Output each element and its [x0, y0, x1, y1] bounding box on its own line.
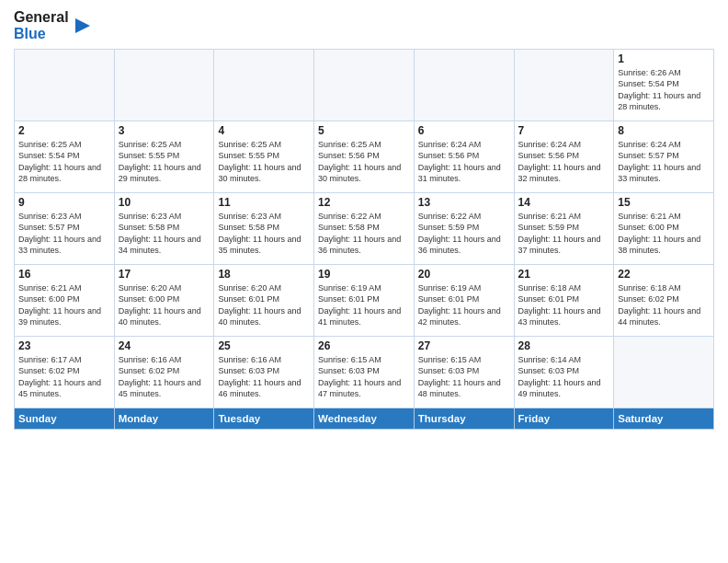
weekday-header-row: SundayMondayTuesdayWednesdayThursdayFrid…	[15, 408, 714, 429]
calendar-cell	[514, 49, 614, 121]
day-number: 14	[518, 196, 610, 209]
day-info: Sunrise: 6:25 AM Sunset: 5:55 PM Dayligh…	[119, 139, 210, 185]
day-info: Sunrise: 6:24 AM Sunset: 5:56 PM Dayligh…	[418, 139, 510, 185]
weekday-header-wednesday: Wednesday	[314, 408, 415, 429]
calendar-cell: 26Sunrise: 6:15 AM Sunset: 6:03 PM Dayli…	[314, 336, 415, 408]
calendar-cell: 17Sunrise: 6:20 AM Sunset: 6:00 PM Dayli…	[114, 264, 214, 336]
day-number: 2	[18, 124, 110, 137]
day-info: Sunrise: 6:22 AM Sunset: 5:59 PM Dayligh…	[418, 211, 510, 257]
day-number: 11	[218, 196, 310, 209]
calendar-cell: 16Sunrise: 6:21 AM Sunset: 6:00 PM Dayli…	[15, 264, 115, 336]
calendar-cell	[15, 49, 115, 121]
logo-blue: Blue	[14, 26, 69, 42]
header: General Blue	[14, 9, 714, 41]
day-info: Sunrise: 6:21 AM Sunset: 6:00 PM Dayligh…	[618, 211, 710, 257]
logo-general: General	[14, 9, 69, 26]
day-number: 28	[518, 339, 610, 352]
day-number: 7	[518, 124, 610, 137]
day-info: Sunrise: 6:25 AM Sunset: 5:56 PM Dayligh…	[318, 139, 410, 185]
svg-marker-0	[75, 18, 90, 33]
calendar-cell: 4Sunrise: 6:25 AM Sunset: 5:55 PM Daylig…	[214, 121, 314, 192]
day-number: 10	[119, 196, 210, 209]
day-number: 16	[18, 268, 110, 281]
day-info: Sunrise: 6:23 AM Sunset: 5:58 PM Dayligh…	[119, 211, 210, 257]
day-number: 19	[318, 268, 410, 281]
calendar-cell: 14Sunrise: 6:21 AM Sunset: 5:59 PM Dayli…	[514, 192, 614, 264]
day-info: Sunrise: 6:19 AM Sunset: 6:01 PM Dayligh…	[418, 282, 510, 328]
calendar-cell: 1Sunrise: 6:26 AM Sunset: 5:54 PM Daylig…	[614, 49, 714, 121]
day-info: Sunrise: 6:19 AM Sunset: 6:01 PM Dayligh…	[318, 282, 410, 328]
weekday-header-monday: Monday	[114, 408, 214, 429]
day-number: 24	[119, 339, 210, 352]
calendar-cell: 15Sunrise: 6:21 AM Sunset: 6:00 PM Dayli…	[614, 192, 714, 264]
week-row-1: 1Sunrise: 6:26 AM Sunset: 5:54 PM Daylig…	[15, 49, 714, 121]
calendar-cell: 18Sunrise: 6:20 AM Sunset: 6:01 PM Dayli…	[214, 264, 314, 336]
logo-arrow-icon	[72, 16, 92, 36]
day-info: Sunrise: 6:15 AM Sunset: 6:03 PM Dayligh…	[318, 354, 410, 400]
day-number: 20	[418, 268, 510, 281]
day-info: Sunrise: 6:24 AM Sunset: 5:56 PM Dayligh…	[518, 139, 610, 185]
day-info: Sunrise: 6:23 AM Sunset: 5:57 PM Dayligh…	[18, 211, 110, 257]
day-number: 4	[218, 124, 310, 137]
logo: General Blue	[14, 9, 92, 41]
calendar-cell: 11Sunrise: 6:23 AM Sunset: 5:58 PM Dayli…	[214, 192, 314, 264]
calendar-cell: 24Sunrise: 6:16 AM Sunset: 6:02 PM Dayli…	[114, 336, 214, 408]
day-number: 26	[318, 339, 410, 352]
day-info: Sunrise: 6:14 AM Sunset: 6:03 PM Dayligh…	[518, 354, 610, 400]
day-number: 27	[418, 339, 510, 352]
calendar-cell: 21Sunrise: 6:18 AM Sunset: 6:01 PM Dayli…	[514, 264, 614, 336]
day-number: 1	[618, 52, 710, 65]
calendar-cell: 27Sunrise: 6:15 AM Sunset: 6:03 PM Dayli…	[414, 336, 514, 408]
day-number: 6	[418, 124, 510, 137]
calendar-cell: 5Sunrise: 6:25 AM Sunset: 5:56 PM Daylig…	[314, 121, 415, 192]
day-info: Sunrise: 6:18 AM Sunset: 6:02 PM Dayligh…	[618, 282, 710, 328]
calendar-cell: 20Sunrise: 6:19 AM Sunset: 6:01 PM Dayli…	[414, 264, 514, 336]
day-number: 17	[119, 268, 210, 281]
calendar-cell: 8Sunrise: 6:24 AM Sunset: 5:57 PM Daylig…	[614, 121, 714, 192]
calendar-cell: 3Sunrise: 6:25 AM Sunset: 5:55 PM Daylig…	[114, 121, 214, 192]
calendar-cell: 10Sunrise: 6:23 AM Sunset: 5:58 PM Dayli…	[114, 192, 214, 264]
day-info: Sunrise: 6:15 AM Sunset: 6:03 PM Dayligh…	[418, 354, 510, 400]
calendar-cell: 12Sunrise: 6:22 AM Sunset: 5:58 PM Dayli…	[314, 192, 415, 264]
calendar-cell: 22Sunrise: 6:18 AM Sunset: 6:02 PM Dayli…	[614, 264, 714, 336]
week-row-3: 9Sunrise: 6:23 AM Sunset: 5:57 PM Daylig…	[15, 192, 714, 264]
logo-container: General Blue	[14, 9, 92, 41]
weekday-header-thursday: Thursday	[414, 408, 514, 429]
day-number: 8	[618, 124, 710, 137]
day-info: Sunrise: 6:25 AM Sunset: 5:54 PM Dayligh…	[18, 139, 110, 185]
day-info: Sunrise: 6:16 AM Sunset: 6:03 PM Dayligh…	[218, 354, 310, 400]
day-info: Sunrise: 6:20 AM Sunset: 6:00 PM Dayligh…	[119, 282, 210, 328]
day-number: 15	[618, 196, 710, 209]
weekday-header-saturday: Saturday	[614, 408, 714, 429]
day-number: 5	[318, 124, 410, 137]
day-number: 9	[18, 196, 110, 209]
calendar-page: General Blue 1Sunrise: 6:26 AM Sunset: 5…	[0, 0, 728, 563]
calendar-cell: 7Sunrise: 6:24 AM Sunset: 5:56 PM Daylig…	[514, 121, 614, 192]
calendar-cell: 19Sunrise: 6:19 AM Sunset: 6:01 PM Dayli…	[314, 264, 415, 336]
day-info: Sunrise: 6:17 AM Sunset: 6:02 PM Dayligh…	[18, 354, 110, 400]
weekday-header-tuesday: Tuesday	[214, 408, 314, 429]
week-row-5: 23Sunrise: 6:17 AM Sunset: 6:02 PM Dayli…	[15, 336, 714, 408]
day-number: 18	[218, 268, 310, 281]
calendar-table: 1Sunrise: 6:26 AM Sunset: 5:54 PM Daylig…	[14, 49, 714, 430]
calendar-cell: 28Sunrise: 6:14 AM Sunset: 6:03 PM Dayli…	[514, 336, 614, 408]
day-info: Sunrise: 6:20 AM Sunset: 6:01 PM Dayligh…	[218, 282, 310, 328]
weekday-header-friday: Friday	[514, 408, 614, 429]
day-number: 13	[418, 196, 510, 209]
calendar-cell: 13Sunrise: 6:22 AM Sunset: 5:59 PM Dayli…	[414, 192, 514, 264]
day-info: Sunrise: 6:23 AM Sunset: 5:58 PM Dayligh…	[218, 211, 310, 257]
calendar-cell	[314, 49, 415, 121]
week-row-4: 16Sunrise: 6:21 AM Sunset: 6:00 PM Dayli…	[15, 264, 714, 336]
day-number: 22	[618, 268, 710, 281]
calendar-cell	[614, 336, 714, 408]
calendar-cell: 6Sunrise: 6:24 AM Sunset: 5:56 PM Daylig…	[414, 121, 514, 192]
day-info: Sunrise: 6:26 AM Sunset: 5:54 PM Dayligh…	[618, 67, 710, 113]
weekday-header-sunday: Sunday	[15, 408, 115, 429]
calendar-cell: 2Sunrise: 6:25 AM Sunset: 5:54 PM Daylig…	[15, 121, 115, 192]
week-row-2: 2Sunrise: 6:25 AM Sunset: 5:54 PM Daylig…	[15, 121, 714, 192]
day-number: 12	[318, 196, 410, 209]
day-info: Sunrise: 6:21 AM Sunset: 6:00 PM Dayligh…	[18, 282, 110, 328]
calendar-cell: 25Sunrise: 6:16 AM Sunset: 6:03 PM Dayli…	[214, 336, 314, 408]
day-info: Sunrise: 6:25 AM Sunset: 5:55 PM Dayligh…	[218, 139, 310, 185]
day-info: Sunrise: 6:22 AM Sunset: 5:58 PM Dayligh…	[318, 211, 410, 257]
